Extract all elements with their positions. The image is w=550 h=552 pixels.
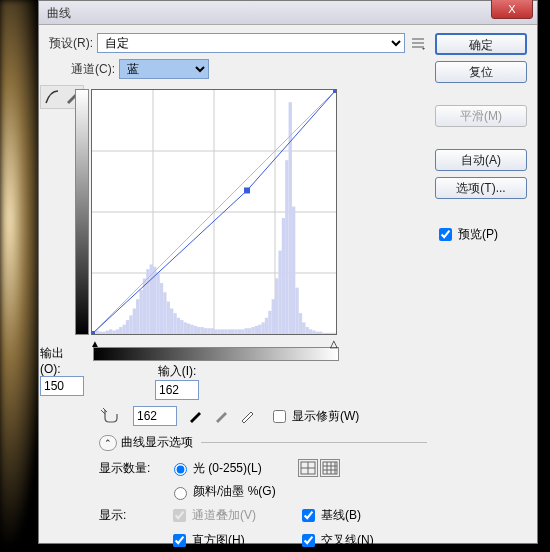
black-point-slider[interactable]: ▲	[90, 338, 100, 348]
svg-rect-59	[258, 325, 261, 334]
svg-rect-77	[319, 332, 322, 334]
svg-rect-61	[265, 318, 268, 334]
svg-rect-64	[275, 278, 278, 334]
show-label: 显示:	[99, 507, 169, 524]
dialog-title: 曲线	[47, 6, 71, 20]
show-intersect-checkbox[interactable]: 交叉线(N)	[298, 531, 427, 550]
svg-rect-47	[217, 329, 220, 334]
svg-rect-22	[133, 309, 136, 334]
svg-rect-36	[180, 320, 183, 334]
svg-rect-67	[285, 160, 288, 334]
input-label: 输入(I):	[158, 363, 197, 380]
svg-rect-57	[251, 327, 254, 334]
svg-rect-41	[197, 327, 200, 334]
svg-rect-34	[173, 313, 176, 334]
show-overlay-checkbox[interactable]: 通道叠加(V)	[169, 506, 298, 525]
svg-rect-35	[177, 318, 180, 334]
svg-rect-15	[109, 329, 112, 334]
options-button[interactable]: 选项(T)...	[435, 177, 527, 199]
target-adjust-icon[interactable]	[99, 406, 123, 426]
svg-rect-79	[326, 333, 329, 334]
svg-rect-16	[112, 331, 115, 334]
svg-rect-31	[163, 292, 166, 334]
channel-select[interactable]: 蓝	[119, 59, 209, 79]
svg-rect-20	[126, 320, 129, 334]
show-clipping-checkbox[interactable]: 显示修剪(W)	[269, 407, 359, 426]
svg-rect-12	[99, 332, 102, 334]
svg-rect-44	[207, 328, 210, 334]
reset-button[interactable]: 复位	[435, 61, 527, 83]
svg-rect-37	[184, 322, 187, 334]
svg-rect-48	[221, 329, 224, 334]
svg-rect-60	[261, 322, 264, 334]
svg-rect-53	[238, 329, 241, 334]
gray-dropper-icon[interactable]	[213, 406, 233, 426]
preset-select[interactable]: 自定	[97, 33, 405, 53]
svg-rect-40	[194, 326, 197, 334]
svg-rect-29	[156, 274, 159, 334]
svg-rect-74	[309, 329, 312, 334]
svg-rect-76	[316, 332, 319, 334]
svg-rect-56	[248, 328, 251, 334]
white-point-slider[interactable]: △	[330, 338, 340, 348]
svg-rect-13	[102, 332, 105, 334]
curve-canvas[interactable]: ▲ △	[91, 89, 337, 335]
ok-button[interactable]: 确定	[435, 33, 527, 55]
smooth-button: 平滑(M)	[435, 105, 527, 127]
channel-label: 通道(C):	[71, 61, 115, 78]
black-dropper-icon[interactable]	[187, 406, 207, 426]
disclosure-label: 曲线显示选项	[121, 434, 193, 451]
svg-rect-81	[333, 333, 336, 334]
svg-marker-3	[422, 48, 425, 50]
svg-rect-75	[312, 331, 315, 334]
svg-rect-66	[282, 218, 285, 334]
svg-rect-43	[204, 328, 207, 334]
svg-rect-14	[106, 331, 109, 334]
preview-checkbox[interactable]: 预览(P)	[435, 225, 527, 244]
show-histogram-checkbox[interactable]: 直方图(H)	[169, 531, 298, 550]
disclosure-toggle[interactable]: ⌃	[99, 435, 117, 451]
input-field[interactable]	[155, 380, 199, 400]
auto-button[interactable]: 自动(A)	[435, 149, 527, 171]
svg-rect-69	[292, 207, 295, 334]
grid-small-icon[interactable]	[298, 459, 318, 477]
white-dropper-icon[interactable]	[239, 406, 259, 426]
svg-rect-55	[245, 328, 248, 334]
svg-rect-54	[241, 329, 244, 334]
svg-rect-63	[272, 299, 275, 334]
svg-rect-84	[244, 187, 250, 193]
svg-rect-80	[329, 333, 332, 334]
svg-rect-52	[234, 329, 237, 334]
close-button[interactable]: X	[491, 0, 533, 19]
svg-rect-85	[333, 90, 336, 93]
svg-rect-78	[322, 333, 325, 334]
curves-dialog: 曲线 X 预设(R): 自定 通道(C): 蓝	[38, 0, 538, 544]
svg-rect-24	[139, 290, 142, 334]
svg-rect-39	[190, 325, 193, 334]
svg-rect-21	[129, 315, 132, 334]
svg-rect-50	[228, 329, 231, 334]
svg-rect-17	[116, 329, 119, 334]
svg-rect-65	[278, 251, 281, 334]
show-baseline-checkbox[interactable]: 基线(B)	[298, 506, 427, 525]
curve-tool-icon[interactable]	[43, 88, 61, 106]
amount-pigment-radio[interactable]: 颜料/油墨 %(G)	[169, 483, 298, 500]
svg-rect-19	[123, 325, 126, 334]
show-amount-label: 显示数量:	[99, 460, 169, 477]
amount-light-radio[interactable]: 光 (0-255)(L)	[169, 460, 298, 477]
input-gradient	[93, 347, 339, 361]
preset-menu-icon[interactable]	[409, 34, 427, 52]
input-field-2[interactable]	[133, 406, 177, 426]
svg-rect-42	[200, 327, 203, 334]
svg-rect-72	[302, 322, 305, 334]
svg-rect-73	[306, 327, 309, 334]
svg-rect-70	[295, 288, 298, 334]
titlebar[interactable]: 曲线 X	[39, 1, 537, 25]
svg-rect-51	[231, 329, 234, 334]
svg-rect-23	[136, 299, 139, 334]
divider	[201, 442, 427, 443]
svg-rect-71	[299, 313, 302, 334]
svg-rect-32	[167, 302, 170, 334]
grid-large-icon[interactable]	[320, 459, 340, 477]
svg-rect-30	[160, 283, 163, 334]
